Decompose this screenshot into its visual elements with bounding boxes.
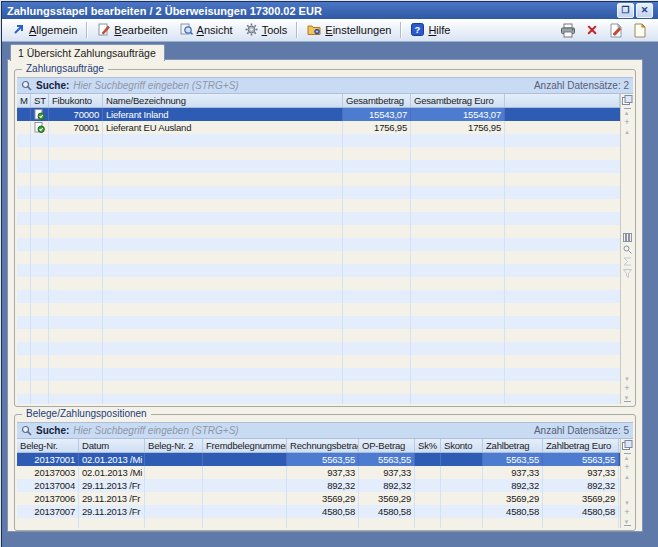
close-window-button[interactable]: ✕ xyxy=(636,3,653,18)
scroll-to-bottom-icon[interactable]: ▼ xyxy=(624,395,631,403)
table-cell: 1756,95 xyxy=(411,121,505,134)
table-cell xyxy=(343,381,411,394)
print-icon[interactable] xyxy=(560,22,576,38)
empty-table-row xyxy=(17,199,620,212)
table-cell xyxy=(343,277,411,290)
menu-tools[interactable]: Tools xyxy=(239,22,294,38)
table-cell xyxy=(31,108,49,121)
column-header[interactable]: Sk% xyxy=(415,439,441,452)
table-cell xyxy=(17,342,31,355)
empty-table-row xyxy=(17,212,620,225)
table-cell xyxy=(441,453,483,466)
table-row[interactable]: 2013700629.11.2013 /Fr3569,293569,293569… xyxy=(17,492,620,505)
record-count: Anzahl Datensätze: 2 xyxy=(534,80,629,91)
scroll-down-icon[interactable]: ▼ xyxy=(624,500,630,506)
tab-uebersicht-zahlungsauftraege[interactable]: 1 Übersicht Zahlungsaufträge xyxy=(10,44,165,61)
table-cell xyxy=(505,381,620,394)
table-row[interactable]: 2013700429.11.2013 /Fr892,32892,32892,32… xyxy=(17,479,620,492)
menu-bearbeiten[interactable]: Bearbeiten xyxy=(91,22,173,38)
table-cell xyxy=(505,251,620,264)
table-row[interactable]: 2013700302.01.2013 /Mi937,33937,33937,33… xyxy=(17,466,620,479)
table-cell: 15543,07 xyxy=(411,108,505,121)
column-header[interactable]: Zahlbetrag xyxy=(483,439,543,452)
table-cell xyxy=(31,121,49,134)
column-header[interactable]: Fibukonto xyxy=(49,94,103,107)
insert-row-icon[interactable]: + xyxy=(624,464,629,471)
table-cell xyxy=(505,160,620,173)
status-ok-icon xyxy=(34,122,45,133)
window-title: Zahlungsstapel bearbeiten / 2 Überweisun… xyxy=(7,5,615,17)
menu-hilfe[interactable]: ? Hilfe xyxy=(405,22,456,38)
group-label: Belege/Zahlungspositionen xyxy=(22,408,151,419)
sum-icon[interactable] xyxy=(623,257,632,266)
select-columns-icon[interactable] xyxy=(622,95,633,105)
column-header[interactable]: Beleg-Nr. xyxy=(17,439,79,452)
column-header[interactable]: Gesamtbetrag Euro xyxy=(411,94,505,107)
scroll-to-top-icon[interactable]: ▲ xyxy=(624,108,631,116)
toolbar-right: ✕ xyxy=(560,22,654,38)
table-cell xyxy=(505,238,620,251)
append-row-icon[interactable]: + xyxy=(624,509,629,516)
table-row[interactable]: 70000Lieferant Inland15543,0715543,07 xyxy=(17,108,620,121)
scroll-to-bottom-icon[interactable]: ▼ xyxy=(624,519,631,527)
column-header[interactable]: Name/Bezeichnung xyxy=(103,94,343,107)
column-header[interactable]: ST xyxy=(31,94,49,107)
table-cell xyxy=(203,505,287,518)
table-cell xyxy=(411,160,505,173)
table-cell xyxy=(103,225,343,238)
column-header[interactable]: Rechnungsbetrag xyxy=(287,439,359,452)
menu-ansicht[interactable]: Ansicht xyxy=(174,22,239,38)
search-input[interactable] xyxy=(73,80,526,91)
select-columns-icon[interactable] xyxy=(622,440,633,450)
edit-page-icon[interactable] xyxy=(608,22,624,38)
table-cell xyxy=(411,355,505,368)
table-cell xyxy=(31,303,49,316)
table-cell xyxy=(411,238,505,251)
column-header[interactable]: M xyxy=(17,94,31,107)
insert-row-icon[interactable]: + xyxy=(624,119,629,126)
table-row[interactable]: 70001Lieferant EU Ausland1756,951756,95 xyxy=(17,121,620,134)
column-header[interactable]: Zahlbetrag Euro xyxy=(543,439,619,452)
column-header[interactable]: Skonto xyxy=(441,439,483,452)
column-header[interactable]: Beleg-Nr. 2 xyxy=(145,439,203,452)
table-cell: 892,32 xyxy=(287,479,359,492)
table-cell: 4580,58 xyxy=(483,505,543,518)
column-header[interactable]: Fremdbelegnummer xyxy=(203,439,287,452)
table-cell xyxy=(203,479,287,492)
empty-table-row xyxy=(17,186,620,199)
table-cell xyxy=(103,381,343,394)
column-header[interactable]: Datum xyxy=(79,439,145,452)
menu-label: Hilfe xyxy=(428,24,450,36)
table-cell xyxy=(103,264,343,277)
scroll-up-icon[interactable]: ▲ xyxy=(624,474,630,480)
scroll-down-icon[interactable]: ▼ xyxy=(624,376,630,382)
zoom-icon[interactable] xyxy=(623,245,632,254)
table-cell xyxy=(343,368,411,381)
new-page-icon[interactable] xyxy=(632,22,648,38)
restore-window-button[interactable]: ❐ xyxy=(617,3,634,18)
table-cell xyxy=(411,264,505,277)
scroll-to-top-icon[interactable]: ▲ xyxy=(624,453,631,461)
table-cell: 20137004 xyxy=(17,479,79,492)
table-cell xyxy=(49,199,103,212)
table-cell xyxy=(203,518,287,528)
scroll-up-icon[interactable]: ▲ xyxy=(624,129,630,135)
columns-icon[interactable] xyxy=(623,233,632,242)
column-header[interactable]: OP-Betrag xyxy=(359,439,415,452)
table-cell xyxy=(505,199,620,212)
table-row[interactable]: 2013700102.01.2013 /Mi5563,555563,555563… xyxy=(17,453,620,466)
table-cell xyxy=(103,355,343,368)
table-cell xyxy=(31,147,49,160)
delete-icon[interactable]: ✕ xyxy=(584,22,600,38)
column-header[interactable]: Gesamtbetrag xyxy=(343,94,411,107)
search-input[interactable] xyxy=(73,425,526,436)
table-row[interactable]: 2013700729.11.2013 /Fr4580,584580,584580… xyxy=(17,505,620,518)
empty-table-row xyxy=(17,264,620,277)
menu-allgemein[interactable]: Allgemein xyxy=(6,22,83,38)
table-cell xyxy=(441,466,483,479)
append-row-icon[interactable]: + xyxy=(624,385,629,392)
table-cell xyxy=(415,518,441,528)
menu-einstellungen[interactable]: Einstellungen xyxy=(301,22,397,38)
filter-icon[interactable] xyxy=(623,269,632,278)
search-label: Suche: xyxy=(36,80,69,91)
